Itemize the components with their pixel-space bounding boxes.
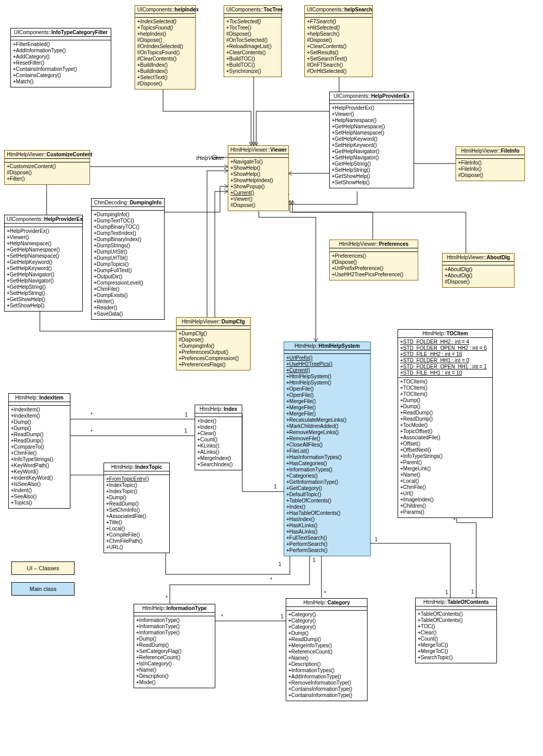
mult-1: 1 (313, 557, 316, 563)
class-IndexTopic: HtmlHelp::IndexTopic +FromTopicEntry()+I… (104, 463, 170, 553)
mult-star: * (166, 595, 168, 601)
class-DumpingInfo: ChmDecoding::DumpingInfo +DumpingInfo()+… (91, 198, 165, 320)
mult-star: * (91, 429, 93, 435)
legend-ui: UI – Classes (11, 561, 75, 575)
class-HtmlHelpSystem: HtmlHelp::HtmlHelpSystem +UrlPrefix()+Us… (284, 342, 371, 556)
class-DumpCfg: HtmlHelpViewer::DumpCfg +DumpCfg()#Dispo… (176, 317, 251, 370)
class-CustomizeContent: HtmlHelpViewer::CustomizeContent +Custom… (4, 150, 90, 185)
class-TOCItem: HtmlHelp::TOCItem +STD_FOLDER_HH2 : int … (398, 329, 493, 518)
class-helpSearch: UIComponents::helpSearch +FTSearch()+Hit… (304, 5, 373, 77)
class-AboutDlg: HtmlHelpViewer::AboutDlg +AboutDlg()+Abo… (442, 253, 515, 288)
mult-star: * (91, 412, 93, 418)
mult-1: 1 (445, 589, 448, 595)
mult-1: 1 (185, 412, 188, 418)
class-HelpProviderEx-left: UIComponents::HelpProviderEx +HelpProvid… (4, 215, 83, 312)
class-InformationType: HtmlHelp::InformationType +InformationTy… (134, 604, 215, 688)
mult-star: * (324, 590, 326, 596)
mult-1: 1 (278, 561, 282, 567)
legend-main: Main class (11, 582, 75, 596)
class-Category: HtmlHelp::Category +Category()+Category(… (286, 598, 368, 701)
class-helpIndex: UIComponents::helpIndex +IndexSelected()… (135, 5, 196, 90)
mult-star: * (270, 577, 272, 583)
mult-1: 1 (375, 537, 378, 542)
mult-1: 1 (281, 614, 284, 619)
mult-1: 1 (184, 428, 187, 434)
mult-1: 1 (274, 484, 277, 490)
class-HelpProviderEx-right: UIComponents::HelpProviderEx +HelpProvid… (329, 92, 414, 188)
interface-label: IHelpViewer (196, 155, 224, 161)
class-TableOfContents: HtmlHelp::TableOfContents +TableOfConten… (415, 598, 497, 663)
class-Index: HtmlHelp::Index +Index()+Index()+Clear()… (195, 405, 242, 470)
class-FileInfo: HtmlHelpViewer::FileInfo +FileInfo()+Fil… (456, 146, 525, 181)
class-Preferences: HtmlHelpViewer::Preferences +Preferences… (329, 240, 418, 280)
mult-star: * (221, 614, 223, 619)
class-InfoTypeCategoryFilter: UIComponents::InfoTypeCategoryFilter +Fi… (10, 28, 111, 87)
mult-1: 1 (471, 589, 474, 595)
class-IndexItem: HtmlHelp::IndexItem +IndexItem()+IndexIt… (8, 393, 70, 509)
class-Viewer: HtmlHelpViewer::Viewer +NavigateTo()+Sho… (228, 145, 289, 211)
mult-star: * (453, 517, 456, 523)
class-TocTree: UIComponents::TocTree +TocSelected()+Toc… (224, 5, 282, 77)
